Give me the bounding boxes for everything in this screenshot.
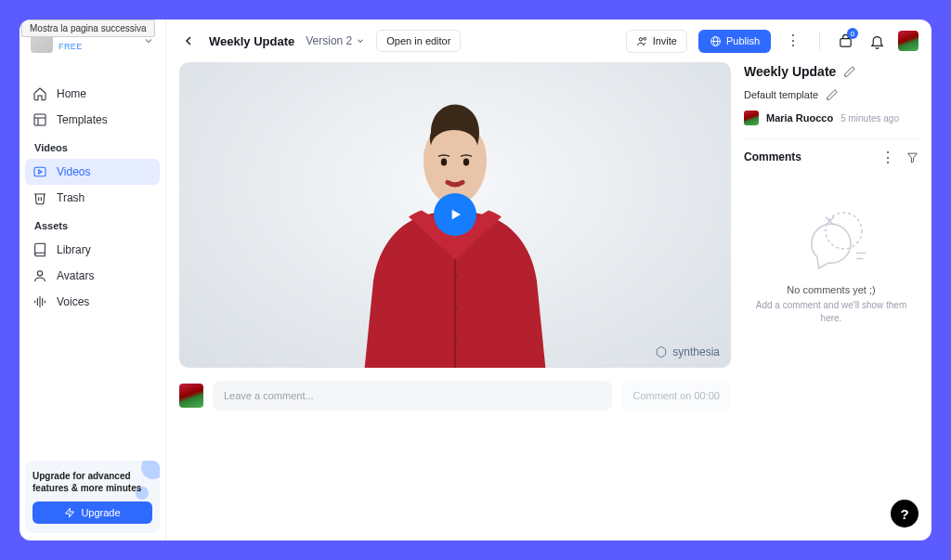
- trash-icon: [33, 190, 47, 205]
- video-icon: [33, 164, 47, 179]
- version-selector[interactable]: Version 2: [306, 34, 365, 47]
- section-heading-videos: Videos: [25, 133, 160, 159]
- content: synthesia Comment on 00:00 Weekly Update…: [166, 62, 931, 540]
- sidebar-item-label: Voices: [57, 295, 89, 308]
- video-column: synthesia Comment on 00:00: [179, 62, 731, 527]
- comment-timestamp-button[interactable]: Comment on 00:00: [621, 381, 731, 410]
- sidebar-item-label: Home: [57, 87, 86, 100]
- svg-point-12: [639, 37, 642, 40]
- library-icon: [33, 242, 47, 257]
- version-label: Version 2: [306, 34, 352, 47]
- sidebar-item-home[interactable]: Home: [25, 81, 160, 107]
- svg-point-5: [37, 271, 42, 276]
- comments-heading: Comments: [744, 150, 801, 163]
- video-preview[interactable]: synthesia: [179, 62, 731, 368]
- comments-empty-state: No comments yet ;) Add a comment and we'…: [744, 163, 918, 325]
- app-window: Mostra la pagina successiva FREE Home Te…: [20, 20, 931, 540]
- svg-rect-0: [34, 114, 46, 125]
- sidebar-item-templates[interactable]: Templates: [25, 107, 160, 133]
- synthesia-logo-icon: [655, 345, 668, 358]
- svg-marker-11: [66, 508, 74, 517]
- home-icon: [33, 86, 47, 101]
- globe-icon: [710, 35, 722, 47]
- comments-more-icon[interactable]: ⋮: [881, 150, 894, 163]
- sidebar-item-label: Library: [57, 243, 91, 256]
- watermark-label: synthesia: [672, 345, 720, 358]
- play-button[interactable]: [434, 193, 476, 236]
- author-name: Maria Ruocco: [766, 112, 833, 124]
- chevron-left-icon: [181, 33, 196, 48]
- upgrade-button-label: Upgrade: [81, 507, 120, 518]
- voices-icon: [33, 294, 47, 309]
- divider: [819, 32, 820, 50]
- edit-title-icon[interactable]: [843, 65, 856, 78]
- upgrade-text: Upgrade for advanced features & more min…: [33, 470, 152, 494]
- empty-subtitle: Add a comment and we'll show them here.: [744, 299, 918, 325]
- sidebar-item-label: Videos: [57, 165, 90, 178]
- comment-input[interactable]: [213, 381, 612, 410]
- avatars-icon: [33, 268, 47, 283]
- notification-badge: 0: [847, 28, 858, 39]
- help-button[interactable]: ?: [891, 500, 918, 527]
- publish-label: Publish: [726, 35, 760, 46]
- back-button[interactable]: [179, 32, 198, 50]
- main-area: Weekly Update Version 2 Open in editor I…: [166, 20, 931, 540]
- bolt-icon: [64, 507, 75, 518]
- updates-button[interactable]: 0: [835, 31, 855, 51]
- sidebar-item-label: Templates: [57, 113, 108, 126]
- watermark: synthesia: [655, 345, 720, 358]
- svg-marker-26: [907, 153, 917, 163]
- plan-badge: FREE: [59, 42, 83, 51]
- templates-icon: [33, 112, 47, 127]
- invite-button[interactable]: Invite: [626, 30, 687, 53]
- video-title: Weekly Update: [744, 64, 836, 79]
- modified-time: 5 minutes ago: [840, 113, 899, 124]
- svg-point-27: [826, 213, 862, 249]
- open-in-editor-button[interactable]: Open in editor: [376, 30, 461, 52]
- page-title: Weekly Update: [209, 34, 294, 48]
- user-avatar[interactable]: [898, 31, 918, 51]
- author-avatar: [744, 111, 759, 125]
- svg-rect-3: [34, 167, 46, 176]
- svg-marker-24: [452, 210, 461, 220]
- svg-point-19: [463, 159, 469, 166]
- sidebar-item-trash[interactable]: Trash: [25, 185, 160, 211]
- svg-point-23: [453, 340, 457, 344]
- notifications-button[interactable]: [866, 31, 887, 51]
- edit-template-icon[interactable]: [826, 88, 839, 101]
- comment-bar: Comment on 00:00: [179, 381, 731, 410]
- chevron-down-icon: [356, 36, 365, 46]
- svg-point-13: [643, 37, 645, 40]
- svg-marker-4: [39, 170, 42, 174]
- section-heading-assets: Assets: [25, 211, 160, 237]
- sidebar-item-avatars[interactable]: Avatars: [25, 263, 160, 289]
- svg-point-21: [453, 275, 457, 279]
- upgrade-button[interactable]: Upgrade: [33, 501, 152, 524]
- svg-point-22: [453, 307, 457, 311]
- publish-button[interactable]: Publish: [698, 30, 771, 53]
- sidebar-item-label: Trash: [57, 191, 85, 204]
- speech-bubbles-icon: [789, 201, 873, 275]
- sidebar-item-library[interactable]: Library: [25, 237, 160, 263]
- empty-title: No comments yet ;): [787, 284, 875, 295]
- sidebar-item-label: Avatars: [57, 269, 94, 282]
- invite-label: Invite: [653, 35, 677, 46]
- commenter-avatar: [179, 384, 203, 408]
- comments-filter-icon[interactable]: [905, 150, 918, 163]
- template-name: Default template: [744, 89, 818, 100]
- upgrade-card: Upgrade for advanced features & more min…: [25, 461, 160, 533]
- play-icon: [448, 207, 462, 222]
- svg-marker-25: [658, 346, 666, 358]
- next-page-tooltip: Mostra la pagina successiva: [21, 20, 155, 37]
- topbar: Weekly Update Version 2 Open in editor I…: [166, 20, 931, 62]
- sidebar: FREE Home Templates Videos Videos Trash …: [20, 20, 166, 540]
- sidebar-item-voices[interactable]: Voices: [25, 289, 160, 315]
- bell-icon: [869, 33, 885, 49]
- svg-rect-17: [840, 38, 850, 46]
- svg-point-18: [441, 159, 447, 166]
- details-panel: Weekly Update Default template Maria Ruo…: [744, 62, 918, 527]
- sidebar-item-videos[interactable]: Videos: [25, 159, 160, 185]
- users-icon: [636, 35, 648, 47]
